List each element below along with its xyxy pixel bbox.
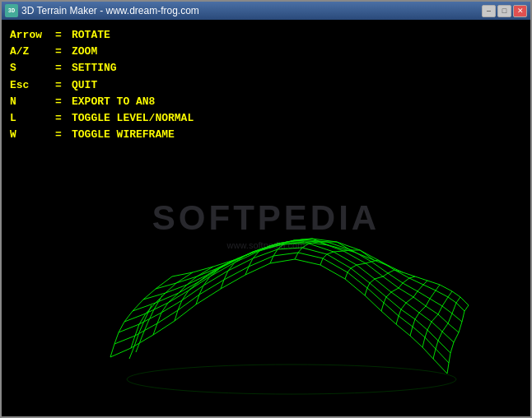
key-row: Esc = QUIT	[10, 78, 194, 93]
key-row: Arrow = ROTATE	[10, 28, 194, 43]
key-row: W = TOGGLE WIREFRAME	[10, 128, 194, 142]
key-action: ROTATE	[72, 28, 110, 43]
maximize-button[interactable]: □	[497, 5, 511, 17]
close-button[interactable]: ✕	[513, 5, 527, 17]
key-equals: =	[55, 95, 72, 109]
key-action: SETTING	[72, 61, 117, 76]
minimize-button[interactable]: –	[482, 5, 496, 17]
title-bar: 3D 3D Terrain Maker - www.dream-frog.com…	[2, 2, 530, 20]
app-icon: 3D	[5, 4, 18, 17]
title-bar-left: 3D 3D Terrain Maker - www.dream-frog.com	[5, 4, 199, 17]
key-row: N = EXPORT TO AN8	[10, 95, 194, 109]
key-equals: =	[55, 28, 72, 43]
title-bar-buttons: – □ ✕	[482, 5, 527, 17]
key-equals: =	[55, 128, 72, 142]
window-title: 3D Terrain Maker - www.dream-frog.com	[21, 5, 199, 16]
key-equals: =	[55, 44, 72, 59]
key-label: N	[10, 95, 55, 109]
key-row: A/Z = ZOOM	[10, 44, 194, 59]
key-label: Esc	[10, 78, 55, 93]
key-label: Arrow	[10, 28, 55, 43]
key-equals: =	[55, 61, 72, 76]
key-label: L	[10, 111, 55, 126]
keybindings-panel: Arrow = ROTATEA/Z = ZOOMS = SETTINGEsc =…	[10, 28, 194, 144]
key-label: A/Z	[10, 44, 55, 59]
main-content: Arrow = ROTATEA/Z = ZOOMS = SETTINGEsc =…	[2, 20, 530, 416]
key-label: S	[10, 61, 55, 76]
svg-point-0	[127, 365, 456, 394]
key-action: TOGGLE LEVEL/NORMAL	[72, 111, 194, 126]
main-window: 3D 3D Terrain Maker - www.dream-frog.com…	[0, 0, 532, 418]
key-row: S = SETTING	[10, 61, 194, 76]
key-label: W	[10, 128, 55, 142]
key-action: TOGGLE WIREFRAME	[72, 128, 175, 142]
key-action: EXPORT TO AN8	[72, 95, 155, 109]
key-equals: =	[55, 111, 72, 126]
key-action: QUIT	[72, 78, 97, 93]
key-row: L = TOGGLE LEVEL/NORMAL	[10, 111, 194, 126]
key-equals: =	[55, 78, 72, 93]
terrain-viewport: .wire { stroke: #00dd00; stroke-width: 1…	[73, 178, 502, 408]
key-action: ZOOM	[72, 44, 97, 59]
terrain-svg: .wire { stroke: #00dd00; stroke-width: 1…	[73, 178, 502, 408]
